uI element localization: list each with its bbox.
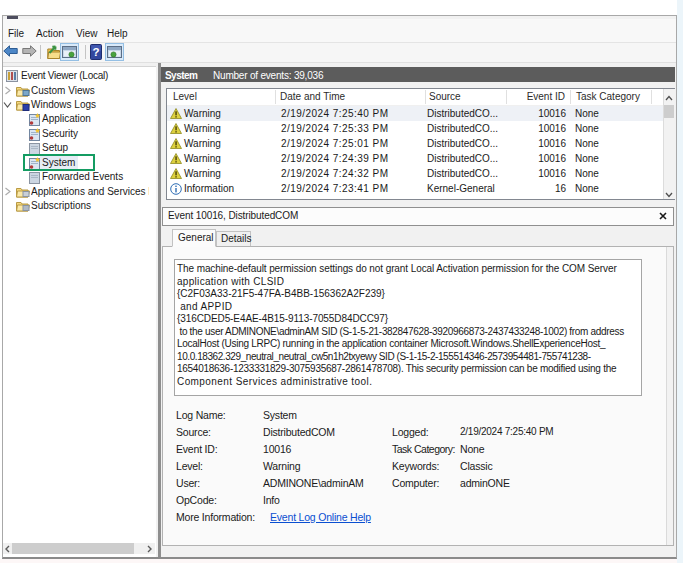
svg-text:?: ? — [92, 46, 99, 58]
